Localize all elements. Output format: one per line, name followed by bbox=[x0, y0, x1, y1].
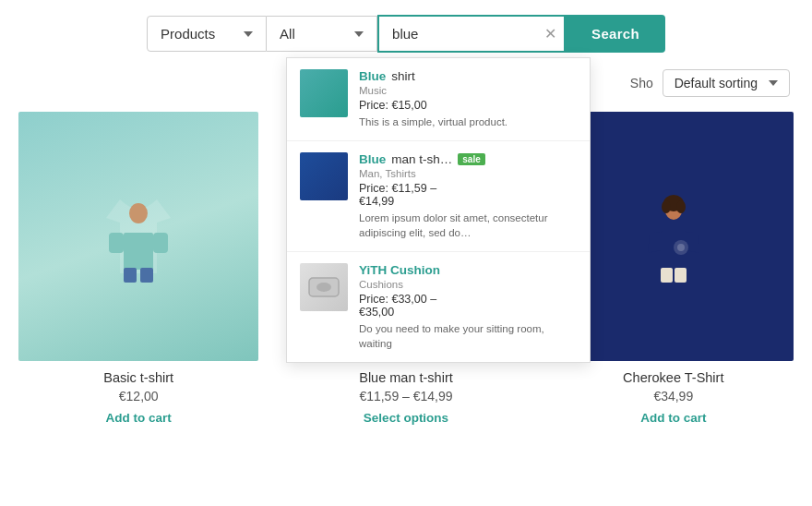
svg-rect-3 bbox=[124, 233, 153, 270]
result-desc-blue-man: Lorem ipsum dolor sit amet, consectetur … bbox=[359, 211, 577, 240]
products-label: Products bbox=[161, 26, 215, 42]
result-category-blue-shirt: Music bbox=[359, 85, 577, 96]
svg-point-2 bbox=[129, 203, 148, 223]
sort-label: Default sorting bbox=[675, 76, 758, 90]
all-chevron-icon bbox=[354, 31, 364, 37]
clear-icon[interactable]: ✕ bbox=[544, 27, 556, 42]
search-input[interactable] bbox=[379, 17, 564, 51]
result-title-highlight: Blue bbox=[359, 69, 386, 83]
product-name-basic-tshirt: Basic t-shirt bbox=[103, 370, 173, 385]
search-button[interactable]: Search bbox=[566, 15, 665, 53]
sale-badge: sale bbox=[458, 153, 484, 165]
product-name-cherokee-tshirt: Cherokee T-Shirt bbox=[623, 370, 723, 385]
result-category-cushion: Cushions bbox=[359, 279, 577, 290]
result-desc-cushion: Do you need to make your sitting room, w… bbox=[359, 321, 577, 351]
search-bar: Products All ✕ Search bbox=[0, 0, 812, 64]
svg-rect-23 bbox=[675, 268, 687, 283]
svg-rect-5 bbox=[153, 233, 168, 253]
result-thumb-cushion bbox=[300, 263, 348, 311]
svg-point-18 bbox=[676, 200, 686, 213]
sort-chevron-icon bbox=[769, 80, 778, 86]
select-options-blue-man-tshirt[interactable]: Select options bbox=[364, 409, 448, 427]
add-to-cart-cherokee-tshirt[interactable]: Add to cart bbox=[640, 409, 706, 427]
result-price-cushion: Price: €33,00 –€35,00 bbox=[359, 293, 577, 319]
svg-rect-22 bbox=[661, 268, 673, 283]
add-to-cart-basic-tshirt[interactable]: Add to cart bbox=[106, 409, 172, 427]
result-category-blue-man: Man, Tshirts bbox=[359, 168, 577, 179]
result-thumb-blue-shirt bbox=[300, 69, 348, 117]
all-label: All bbox=[280, 26, 295, 42]
products-dropdown[interactable]: Products bbox=[147, 16, 267, 52]
result-price-blue-shirt: Price: €15,00 bbox=[359, 99, 577, 112]
all-dropdown[interactable]: All bbox=[267, 16, 377, 52]
product-price-cherokee-tshirt: €34,99 bbox=[653, 389, 693, 404]
product-name-blue-man-tshirt: Blue man t-shirt bbox=[359, 370, 453, 385]
search-input-wrapper: ✕ bbox=[377, 15, 566, 53]
svg-point-1 bbox=[316, 283, 331, 292]
result-title-highlight-2: Blue bbox=[359, 152, 386, 166]
svg-rect-6 bbox=[124, 268, 137, 283]
result-desc-blue-shirt: This is a simple, virtual product. bbox=[359, 114, 577, 129]
product-price-basic-tshirt: €12,00 bbox=[119, 389, 159, 404]
search-result-blue-man[interactable]: Blue man t-sh… sale Man, Tshirts Price: … bbox=[287, 141, 590, 252]
result-thumb-blue-man bbox=[300, 152, 348, 200]
search-dropdown: Blue shirt Music Price: €15,00 This is a… bbox=[286, 57, 591, 363]
products-chevron-icon bbox=[244, 31, 253, 37]
svg-point-17 bbox=[662, 200, 671, 213]
search-result-blue-shirt[interactable]: Blue shirt Music Price: €15,00 This is a… bbox=[287, 58, 590, 141]
result-price-blue-man: Price: €11,59 –€14,99 bbox=[359, 182, 577, 208]
result-title-cushion: YiTH Cushion bbox=[359, 263, 577, 277]
product-price-blue-man-tshirt: €11,59 – €14,99 bbox=[359, 389, 452, 404]
product-image-basic-tshirt bbox=[18, 112, 258, 361]
result-title-blue-man: Blue man t-sh… sale bbox=[359, 152, 577, 166]
show-label: Sho bbox=[630, 76, 653, 90]
result-info-blue-man: Blue man t-sh… sale Man, Tshirts Price: … bbox=[359, 152, 577, 240]
svg-rect-7 bbox=[140, 268, 153, 283]
product-card-basic-tshirt: Basic t-shirt €12,00 Add to cart bbox=[18, 112, 258, 427]
sort-dropdown[interactable]: Default sorting bbox=[663, 69, 790, 97]
svg-rect-4 bbox=[109, 233, 124, 253]
result-title-blue-shirt: Blue shirt bbox=[359, 69, 577, 83]
search-result-cushion[interactable]: YiTH Cushion Cushions Price: €33,00 –€35… bbox=[287, 252, 590, 362]
result-info-blue-shirt: Blue shirt Music Price: €15,00 This is a… bbox=[359, 69, 577, 129]
basic-tshirt-image bbox=[18, 112, 258, 361]
svg-point-21 bbox=[677, 244, 685, 251]
result-info-cushion: YiTH Cushion Cushions Price: €33,00 –€35… bbox=[359, 263, 577, 351]
